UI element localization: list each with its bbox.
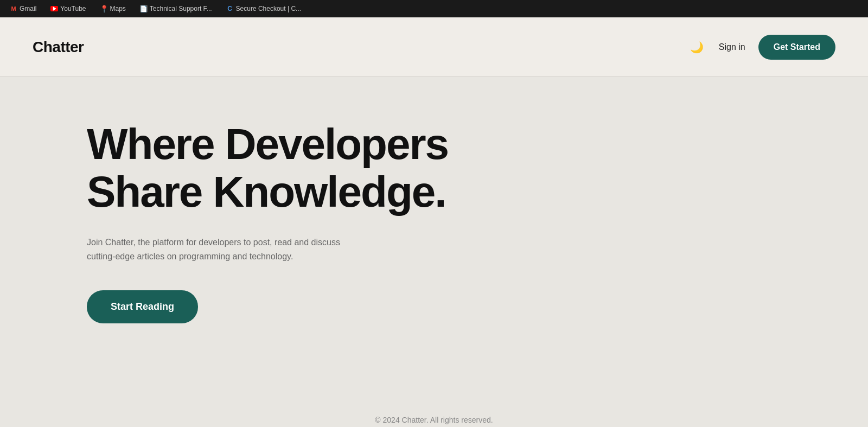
start-reading-button[interactable]: Start Reading [87,290,198,323]
footer: © 2024 Chatter. All rights reserved. [0,403,868,427]
dark-mode-toggle[interactable]: 🌙 [688,39,706,56]
navbar: Chatter 🌙 Sign in Get Started [0,17,868,77]
tab-checkout[interactable]: C Secure Checkout | C... [221,3,307,15]
youtube-icon [50,5,58,12]
tab-support[interactable]: 📄 Technical Support F... [135,3,218,15]
tab-youtube[interactable]: YouTube [45,3,91,15]
tab-maps-label: Maps [110,5,126,12]
maps-icon: 📍 [100,5,108,12]
tab-support-label: Technical Support F... [150,5,212,12]
sign-in-button[interactable]: Sign in [719,42,745,52]
hero-title: Where Developers Share Knowledge. [87,120,467,216]
get-started-button[interactable]: Get Started [758,35,835,60]
tab-maps[interactable]: 📍 Maps [95,3,131,15]
tab-gmail-label: Gmail [20,5,36,12]
hero-section: Where Developers Share Knowledge. Join C… [0,77,868,403]
hero-subtitle: Join Chatter, the platform for developer… [87,235,358,263]
browser-bar: M Gmail YouTube 📍 Maps 📄 Technical Suppo… [0,0,868,17]
nav-actions: 🌙 Sign in Get Started [688,35,835,60]
footer-text: © 2024 Chatter. All rights reserved. [375,416,493,424]
tab-gmail[interactable]: M Gmail [4,3,42,15]
tab-youtube-label: YouTube [60,5,86,12]
tab-checkout-label: Secure Checkout | C... [236,5,302,12]
doc-icon: 📄 [140,5,148,12]
gmail-icon: M [10,5,17,12]
site-logo: Chatter [33,39,688,56]
chrome-icon: C [226,5,234,12]
